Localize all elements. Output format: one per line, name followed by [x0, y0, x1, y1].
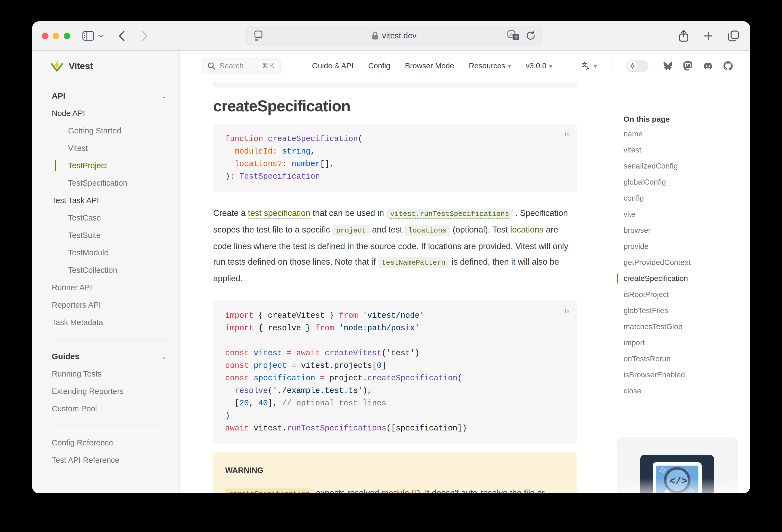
close-window-button[interactable] — [42, 33, 48, 39]
doc-link[interactable]: locations — [510, 225, 543, 235]
outline-item-provide[interactable]: provide — [624, 238, 738, 254]
sidebar-item-label: Guides — [52, 352, 79, 361]
code-line: await vitest.runTestSpecifications([spec… — [225, 422, 565, 435]
sidebar-group: TestCaseTestSuiteTestModuleTestCollectio… — [56, 209, 166, 279]
sidebar-item-testspecification[interactable]: TestSpecification — [68, 174, 166, 192]
outline-item-vitest[interactable]: vitest — [624, 142, 738, 158]
sidebar-item-vitest[interactable]: Vitest — [68, 139, 166, 157]
outline-item-globalconfig[interactable]: globalConfig — [624, 174, 738, 190]
minimize-window-button[interactable] — [53, 33, 59, 39]
doc-link[interactable]: test specification — [248, 208, 310, 218]
search-button[interactable]: Search ⌘ K — [202, 58, 282, 74]
sidebar-item-label: Task Metadata — [52, 318, 103, 327]
page-title: createSpecification — [213, 97, 577, 115]
sidebar-item-reporters-api[interactable]: Reporters API — [52, 296, 166, 314]
nav-link-browser-mode[interactable]: Browser Mode — [405, 62, 454, 70]
sidebar-item-testsuite[interactable]: TestSuite — [68, 226, 166, 244]
outline-title: On this page — [624, 114, 738, 124]
inline-code-link[interactable]: vitest.runTestSpecifications — [386, 209, 513, 219]
sponsor-card[interactable]: </> — [617, 437, 738, 493]
language-menu[interactable]: 文 A ▾ — [582, 62, 597, 70]
address-bar[interactable]: vitest.dev A 文 — [246, 26, 542, 45]
outline-item-globtestfiles[interactable]: globTestFiles — [624, 303, 738, 319]
search-label: Search — [219, 62, 244, 70]
vitest-logo-icon — [51, 60, 63, 72]
lock-icon — [372, 31, 379, 40]
sidebar-item-running-tests[interactable]: Running Tests — [52, 365, 166, 383]
search-icon — [208, 62, 215, 70]
code-line: import { resolve } from 'node:path/posix… — [225, 322, 565, 334]
bluesky-icon[interactable] — [663, 62, 673, 70]
chevron-down-icon: ▾ — [549, 63, 552, 70]
zoom-window-button[interactable] — [64, 33, 70, 39]
chevron-down-icon[interactable]: ⌄ — [162, 353, 166, 360]
outline-item-isbrowserenabled[interactable]: isBrowserEnabled — [624, 367, 738, 383]
outline-item-getprovidedcontext[interactable]: getProvidedContext — [624, 254, 738, 270]
outline-item-import[interactable]: import — [624, 334, 738, 351]
sidebar-item-testproject[interactable]: TestProject — [68, 157, 166, 174]
nav-link-resources[interactable]: Resources▾ — [469, 62, 511, 70]
github-icon[interactable] — [723, 61, 733, 71]
discord-icon[interactable] — [703, 62, 713, 70]
sidebar-group: Getting StartedVitestTestProjectTestSpec… — [56, 122, 166, 192]
share-icon[interactable] — [679, 30, 688, 42]
inline-code: project — [332, 225, 370, 236]
tab-overview-icon[interactable] — [728, 30, 739, 42]
sidebar-item-guides[interactable]: Guides⌄ — [52, 348, 166, 365]
code-line: moduleId: string, — [225, 145, 565, 158]
sidebar-item-testmodule[interactable]: TestModule — [68, 244, 166, 261]
outline-item-ontestsrerun[interactable]: onTestsRerun — [624, 351, 738, 367]
sidebar-item-testcollection[interactable]: TestCollection — [68, 261, 166, 279]
sidebar-item-task-metadata[interactable]: Task Metadata — [52, 314, 166, 331]
back-button[interactable] — [118, 30, 125, 42]
divider — [611, 59, 612, 72]
traffic-lights — [42, 33, 70, 39]
outline-item-createspecification[interactable]: createSpecification — [624, 270, 738, 286]
nav-link-config[interactable]: Config — [368, 62, 390, 70]
doc-link[interactable]: module ID — [382, 488, 420, 493]
outline-item-vite[interactable]: vite — [624, 206, 738, 222]
code-line: import { createVitest } from 'vitest/nod… — [225, 310, 565, 322]
sidebar-item-getting-started[interactable]: Getting Started — [68, 122, 166, 139]
top-nav: Guide & APIConfigBrowser ModeResources▾v… — [312, 59, 733, 72]
inline-code-link[interactable]: testNamePattern — [378, 257, 449, 268]
sidebar-item-label: Getting Started — [68, 126, 121, 135]
logo-text: Vitest — [69, 61, 93, 71]
sidebar-item-test-task-api[interactable]: Test Task API — [52, 192, 166, 209]
browser-toolbar: vitest.dev A 文 — [32, 21, 750, 50]
sidebar-item-custom-pool[interactable]: Custom Pool — [52, 400, 166, 417]
theme-toggle[interactable] — [627, 60, 648, 72]
sidebar-toggle-icon[interactable] — [82, 31, 94, 41]
logo[interactable]: Vitest — [32, 50, 179, 81]
outline-item-close[interactable]: close — [624, 383, 738, 399]
nav-link-v3-0-0[interactable]: v3.0.0▾ — [526, 62, 552, 70]
outline-item-matchestestglob[interactable]: matchesTestGlob — [624, 319, 738, 334]
sidebar-item-extending-reporters[interactable]: Extending Reporters — [52, 383, 166, 400]
chevron-down-icon[interactable]: ⌄ — [162, 93, 166, 100]
outline-item-config[interactable]: config — [624, 190, 738, 206]
outline-item-browser[interactable]: browser — [624, 222, 738, 238]
sun-icon — [627, 61, 638, 71]
outline-item-serializedconfig[interactable]: serializedConfig — [624, 158, 738, 174]
sidebar-item-config-reference[interactable]: Config Reference — [52, 434, 166, 452]
url-text: vitest.dev — [382, 31, 417, 40]
warning-body: createSpecification expects resolved mod… — [225, 485, 565, 493]
sidebar-item-label: Running Tests — [52, 369, 102, 379]
sidebar-item-testcase[interactable]: TestCase — [68, 209, 166, 226]
outline-item-name[interactable]: name — [624, 126, 738, 142]
sidebar-item-runner-api[interactable]: Runner API — [52, 279, 166, 296]
sidebar-chevron-icon[interactable] — [98, 34, 104, 38]
forward-button[interactable] — [141, 30, 148, 42]
sidebar-item-label: Test Task API — [52, 196, 99, 205]
previous-code-block-edge — [213, 82, 577, 88]
sidebar-item-test-api-reference[interactable]: Test API Reference — [52, 452, 166, 469]
nav-link-guide-api[interactable]: Guide & API — [312, 62, 354, 70]
outline-item-isrootproject[interactable]: isRootProject — [624, 286, 738, 303]
warning-callout: WARNING createSpecification expects reso… — [213, 452, 577, 493]
mastodon-icon[interactable] — [683, 61, 692, 71]
code-line: const specification = project.createSpec… — [225, 372, 565, 385]
code-lang-badge: ts — [565, 305, 570, 317]
new-tab-icon[interactable] — [703, 31, 713, 41]
sidebar-item-api[interactable]: API⌄ — [52, 87, 166, 105]
sidebar-item-node-api[interactable]: Node API — [52, 105, 166, 122]
